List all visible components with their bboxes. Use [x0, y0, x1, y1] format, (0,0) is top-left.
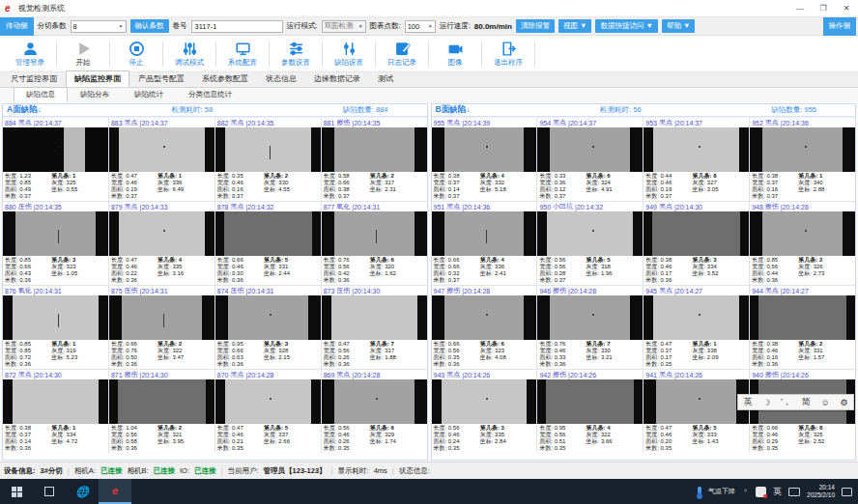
defect-image[interactable]: [215, 379, 321, 424]
panel-b-title[interactable]: B面缺陷↓: [436, 104, 471, 116]
task-view-button[interactable]: [33, 479, 66, 504]
defect-image[interactable]: [215, 211, 321, 256]
subtab-defect-info[interactable]: 缺陷信息: [14, 87, 68, 102]
defect-cell[interactable]: 872 黑点 |20:14:30 长度: 0.38宽度: 0.37面积: 0.1…: [3, 370, 108, 453]
exit-program-button[interactable]: 退出程序: [482, 41, 534, 68]
defect-cell[interactable]: 878 黑点 |20:14:32 长度: 0.66宽度: 0.46面积: 0.3…: [215, 202, 321, 285]
log-record-button[interactable]: 日志记录: [376, 41, 428, 68]
subtab-defect-statistics[interactable]: 缺陷统计: [122, 87, 176, 102]
defect-image[interactable]: [215, 127, 321, 172]
defect-cell[interactable]: 951 黑点 |20:14:36 长度: 0.66宽度: 0.66面积: 0.3…: [432, 202, 537, 285]
subtab-class-info-statistics[interactable]: 分类信息统计: [176, 87, 244, 102]
drive-side-button[interactable]: 传动侧: [0, 17, 34, 36]
language-indicator[interactable]: 英: [773, 486, 782, 498]
clear-alarm-button[interactable]: 清除报警: [516, 19, 555, 33]
stop-button[interactable]: 停止: [110, 41, 162, 68]
ime-tray-icon[interactable]: [756, 487, 766, 497]
defect-image[interactable]: [432, 379, 537, 424]
minimize-button[interactable]: —: [788, 0, 812, 16]
parameter-settings-button[interactable]: 参数设置: [270, 41, 322, 68]
defect-image[interactable]: [322, 379, 427, 424]
split-count-select[interactable]: 8▼: [71, 20, 127, 33]
view-menu-button[interactable]: 视图 ▼: [558, 19, 592, 33]
defect-cell[interactable]: 949 黑点 |20:14:30 长度: 0.38宽度: 0.46面积: 0.1…: [644, 202, 749, 285]
defect-cell[interactable]: 881 擦伤 |20:14:35 长度: 0.58宽度: 0.66面积: 0.3…: [322, 118, 427, 201]
defect-cell[interactable]: 870 黑点 |20:14:28 长度: 0.47宽度: 0.46面积: 0.2…: [215, 370, 321, 453]
defect-cell[interactable]: 940 擦伤 |20:14:26 长度: 0.66宽度: 0.46面积: 0.2…: [750, 370, 855, 453]
defect-cell[interactable]: 876 氧化 |20:14:31 长度: 0.85宽度: 0.85面积: 0.7…: [3, 286, 108, 369]
start-button[interactable]: [0, 479, 33, 504]
tab-defect-monitor[interactable]: 缺陷监控界面: [66, 70, 129, 87]
data-quick-access-button[interactable]: 数据快捷访问 ▼: [595, 19, 658, 33]
tab-size-monitor[interactable]: 尺寸监控界面: [2, 70, 66, 87]
admin-login-button[interactable]: 管理登录: [4, 41, 56, 68]
defect-image[interactable]: [322, 211, 427, 256]
operator-side-button[interactable]: 操作侧: [823, 17, 857, 36]
defect-cell[interactable]: 944 黑点 |20:14:27 长度: 0.38宽度: 0.46面积: 0.1…: [750, 286, 855, 369]
confirm-count-button[interactable]: 确认条数: [130, 19, 169, 33]
taskbar-clock[interactable]: 20:14 2025/2/10: [807, 484, 835, 499]
notification-center-icon[interactable]: [842, 488, 852, 496]
roll-number-input[interactable]: 3117-1: [191, 20, 283, 33]
defect-image[interactable]: [644, 379, 749, 424]
defect-cell[interactable]: 947 擦伤 |20:14:28 长度: 0.66宽度: 0.56面积: 0.3…: [432, 286, 537, 369]
debug-mode-button[interactable]: 调试模式: [163, 41, 215, 68]
defect-image[interactable]: [3, 211, 108, 256]
tab-status-info[interactable]: 状态信息: [257, 70, 305, 87]
taskbar-app-browser[interactable]: 🌐: [66, 479, 99, 504]
system-config-button[interactable]: 系统配置: [216, 41, 269, 68]
defect-image[interactable]: [644, 295, 749, 340]
defect-image[interactable]: [3, 127, 108, 172]
defect-cell[interactable]: 954 黑点 |20:14:37 长度: 0.33宽度: 0.36面积: 0.1…: [537, 118, 643, 201]
defect-image[interactable]: [432, 127, 537, 172]
subtab-defect-distribution[interactable]: 缺陷分布: [68, 87, 122, 102]
defect-cell[interactable]: 953 黑点 |20:14:37 长度: 0.44宽度: 0.46面积: 0.1…: [644, 118, 749, 201]
defect-image[interactable]: [750, 127, 855, 172]
chart-points-select[interactable]: 100▼: [405, 20, 436, 33]
weather-text[interactable]: 气温下降: [708, 487, 735, 496]
taskbar-app-inspection[interactable]: e: [99, 479, 131, 504]
run-mode-select[interactable]: 双面检测▼: [322, 20, 366, 33]
defect-image[interactable]: [537, 211, 643, 256]
defect-cell[interactable]: 943 黑点 |20:14:26 长度: 0.56宽度: 0.46面积: 0.2…: [432, 370, 537, 453]
ime-simplified-toggle[interactable]: 简: [802, 396, 811, 408]
help-menu-button[interactable]: 帮助 ▼: [662, 19, 696, 33]
defect-cell[interactable]: 942 擦伤 |20:14:26 长度: 0.95宽度: 0.56面积: 0.5…: [537, 370, 643, 453]
defect-image[interactable]: [537, 379, 643, 424]
defect-cell[interactable]: 879 黑点 |20:14:33 长度: 0.47宽度: 0.46面积: 0.2…: [109, 202, 214, 285]
defect-image[interactable]: [3, 379, 108, 424]
defect-cell[interactable]: 952 黑点 |20:14:36 长度: 0.38宽度: 0.37面积: 0.1…: [750, 118, 855, 201]
defect-cell[interactable]: 941 黑点 |20:14:26 长度: 0.47宽度: 0.46面积: 0.2…: [644, 370, 749, 453]
defect-image[interactable]: [644, 211, 749, 256]
defect-image[interactable]: [109, 379, 214, 424]
defect-image[interactable]: [109, 127, 214, 172]
start-button[interactable]: 开始: [57, 41, 109, 68]
maximize-button[interactable]: ❐: [812, 0, 835, 16]
ime-moon-icon[interactable]: ☽: [762, 398, 770, 407]
ime-punctuation-toggle[interactable]: ’，: [781, 396, 791, 408]
defect-cell[interactable]: 955 黑点 |20:14:39 长度: 0.38宽度: 0.37面积: 0.1…: [432, 118, 537, 201]
tab-test[interactable]: 测试: [369, 70, 402, 87]
defect-image[interactable]: [750, 295, 855, 340]
image-button[interactable]: 图像: [429, 41, 481, 68]
defect-cell[interactable]: 873 压伤 |20:14:30 长度: 0.47宽度: 0.56面积: 0.2…: [322, 286, 427, 369]
defect-image[interactable]: [432, 211, 537, 256]
defect-image[interactable]: [109, 211, 214, 256]
panel-a-title[interactable]: A面缺陷↓: [7, 104, 42, 116]
defect-image[interactable]: [537, 295, 643, 340]
defect-image[interactable]: [109, 295, 214, 340]
defect-cell[interactable]: 883 黑点 |20:14:37 长度: 0.47宽度: 0.46面积: 0.1…: [109, 118, 214, 201]
tab-product-model-config[interactable]: 产品型号配置: [129, 70, 193, 87]
defect-cell[interactable]: 869 黑点 |20:14:28 长度: 0.56宽度: 0.46面积: 0.2…: [322, 370, 427, 453]
close-button[interactable]: ✕: [835, 0, 858, 16]
defect-cell[interactable]: 948 擦伤 |20:14:28 长度: 0.85宽度: 0.56面积: 0.4…: [750, 202, 855, 285]
hidden-icons-chevron[interactable]: ＾: [742, 487, 749, 496]
defect-image[interactable]: [215, 295, 321, 340]
defect-cell[interactable]: 884 黑点 |20:14:37 长度: 1.23宽度: 0.85面积: 0.4…: [3, 118, 108, 201]
tab-system-param-config[interactable]: 系统参数配置: [193, 70, 257, 87]
defect-cell[interactable]: 880 压伤 |20:14:35 长度: 0.85宽度: 0.66面积: 0.4…: [3, 202, 108, 285]
defect-image[interactable]: [322, 127, 427, 172]
ime-settings-gear-icon[interactable]: ⚙: [840, 398, 847, 407]
touch-keyboard-icon[interactable]: [788, 488, 800, 496]
defect-settings-button[interactable]: 缺陷设置: [323, 41, 375, 68]
